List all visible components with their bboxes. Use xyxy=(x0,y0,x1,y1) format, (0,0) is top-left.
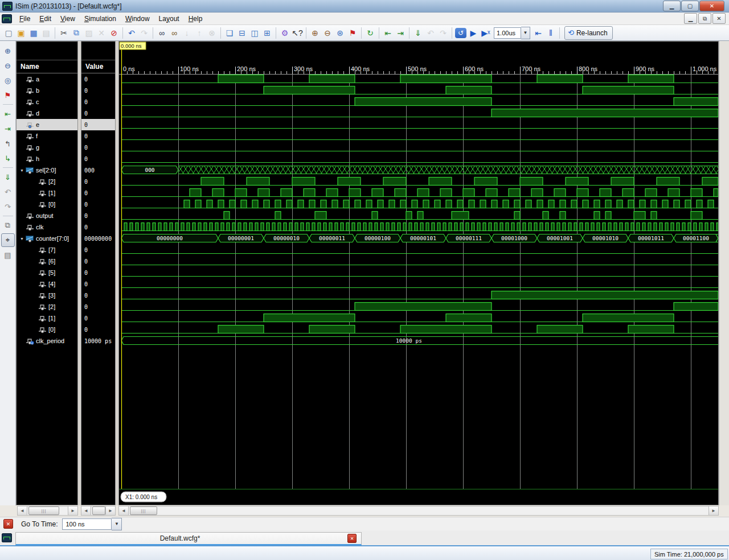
signal-row-2[interactable]: [2] xyxy=(17,301,77,312)
menu-window[interactable]: Window xyxy=(121,13,154,24)
menu-edit[interactable]: Edit xyxy=(35,13,56,24)
signal-row-sel20[interactable]: ▼sel[2:0] xyxy=(17,164,77,176)
run-time-value[interactable]: 1.00us xyxy=(494,27,521,39)
float-window-icon[interactable]: ⊞ xyxy=(261,27,273,39)
minimize-button[interactable]: ▁ xyxy=(663,1,681,11)
scroll-right-arrow[interactable]: ► xyxy=(708,507,718,515)
value-panel-hscrollbar[interactable]: ◄ ► xyxy=(81,506,116,516)
wave-zoom-out-icon[interactable]: ⊖ xyxy=(1,59,15,72)
scroll-thumb[interactable] xyxy=(92,507,105,515)
maximize-button[interactable]: ▢ xyxy=(681,1,699,11)
go-to-start-icon[interactable]: ⇤ xyxy=(1,107,15,121)
whats-this-icon[interactable]: ↖? xyxy=(291,27,304,39)
signal-row-1[interactable]: [1] xyxy=(17,312,77,324)
signal-row-2[interactable]: [2] xyxy=(17,176,77,187)
snap-to-transition-icon[interactable]: ⇓ xyxy=(412,27,424,39)
ruler-icon[interactable]: ▤ xyxy=(1,248,15,262)
swap-cursor-icon[interactable]: ⧉ xyxy=(1,219,15,232)
waveform-canvas[interactable]: 0 ns100 ns200 ns300 ns400 ns500 ns600 ns… xyxy=(119,42,718,505)
scroll-left-arrow[interactable]: ◄ xyxy=(119,507,129,515)
goto-time-zero-icon[interactable]: ⇤ xyxy=(382,27,394,39)
clear-search-icon[interactable]: ⊗ xyxy=(206,27,218,39)
signal-row-g[interactable]: g xyxy=(17,142,77,153)
prev-marker-icon[interactable]: ↶ xyxy=(424,27,437,39)
redo-icon[interactable]: ↷ xyxy=(138,27,150,39)
signal-row-0[interactable]: [0] xyxy=(17,324,77,335)
tab-close-icon[interactable]: ✕ xyxy=(347,534,357,543)
run-for-time-icon[interactable]: ▶ˣ xyxy=(480,27,492,39)
prev-edge-icon[interactable]: ↶ xyxy=(1,185,15,199)
wave-zoom-marker-icon[interactable]: ⚑ xyxy=(1,88,15,102)
wave-zoom-in-icon[interactable]: ⊕ xyxy=(1,44,15,57)
chevron-down-icon[interactable]: ▼ xyxy=(112,518,122,530)
signal-row-4[interactable]: [4] xyxy=(17,278,77,290)
zoom-full-icon[interactable]: ⊛ xyxy=(334,27,346,39)
stop-icon[interactable]: ⊘ xyxy=(108,27,120,39)
signal-row-f[interactable]: f xyxy=(17,130,77,142)
signal-row-output[interactable]: output xyxy=(17,210,77,221)
new-document-icon[interactable]: ▢ xyxy=(2,27,15,39)
signal-row-b[interactable]: b xyxy=(17,85,77,96)
break-icon[interactable]: ‖ xyxy=(544,27,557,39)
name-column-header[interactable]: Name xyxy=(17,60,77,73)
close-button[interactable]: ✕ xyxy=(699,1,724,11)
signal-row-c[interactable]: c xyxy=(17,96,77,108)
signal-row-clk[interactable]: clk xyxy=(17,221,77,233)
print-icon[interactable]: ▤ xyxy=(40,27,52,39)
goto-time-input[interactable]: 100 ns xyxy=(62,518,112,530)
paste-icon[interactable]: ▨ xyxy=(83,27,95,39)
run-all-icon[interactable]: ▶ xyxy=(467,27,480,39)
mdi-close-button[interactable]: ✕ xyxy=(712,13,726,24)
zoom-to-marker-icon[interactable]: ⚑ xyxy=(346,27,359,39)
expand-triangle-icon[interactable]: ▼ xyxy=(20,237,26,241)
undo-icon[interactable]: ↶ xyxy=(125,27,138,39)
menu-view[interactable]: View xyxy=(56,13,80,24)
value-column-header[interactable]: Value xyxy=(81,60,115,73)
scroll-right-arrow[interactable]: ► xyxy=(105,507,115,515)
zoom-in-icon[interactable]: ⊕ xyxy=(309,27,321,39)
name-panel-hscrollbar[interactable]: ◄ ||| ► xyxy=(17,506,78,516)
signal-row-counter70[interactable]: ▼counter[7:0] xyxy=(17,233,77,244)
preferences-wrench-icon[interactable]: ⚙ xyxy=(279,27,291,39)
snap-marker-icon[interactable]: ⇓ xyxy=(1,170,15,184)
go-to-end-icon[interactable]: ⇥ xyxy=(1,122,15,135)
tile-vertical-icon[interactable]: ◫ xyxy=(248,27,261,39)
find-next-icon[interactable]: ↓ xyxy=(181,27,193,39)
find-prev-icon[interactable]: ↑ xyxy=(193,27,206,39)
tab-default-wcfg[interactable]: Default.wcfg* ✕ xyxy=(15,532,362,545)
signal-row-e[interactable]: e xyxy=(17,119,77,130)
scroll-thumb[interactable]: ||| xyxy=(130,507,157,515)
find-replace-icon[interactable]: ∞ xyxy=(168,27,181,39)
restart-icon[interactable]: ↺ xyxy=(454,27,467,39)
zoom-out-icon[interactable]: ⊖ xyxy=(321,27,334,39)
next-marker-icon[interactable]: ↷ xyxy=(437,27,449,39)
copy-icon[interactable]: ⧉ xyxy=(70,27,83,39)
scroll-left-arrow[interactable]: ◄ xyxy=(18,507,27,515)
reload-icon[interactable]: ↻ xyxy=(364,27,376,39)
goto-time-combo[interactable]: 100 ns ▼ xyxy=(62,518,122,530)
goto-bar-close-icon[interactable]: ✕ xyxy=(3,519,13,529)
signal-row-1[interactable]: [1] xyxy=(17,187,77,199)
marker-mode-icon[interactable]: ⌖ xyxy=(1,233,15,247)
waveform-hscrollbar[interactable]: ◄ ||| ► xyxy=(118,506,719,516)
signal-row-7[interactable]: [7] xyxy=(17,244,77,256)
scroll-thumb[interactable]: ||| xyxy=(28,507,59,515)
delete-icon[interactable]: ✕ xyxy=(95,27,108,39)
menu-file[interactable]: File xyxy=(15,13,35,24)
prev-transition-icon[interactable]: ↰ xyxy=(1,137,15,150)
waveform-viewport[interactable]: 0 ns100 ns200 ns300 ns400 ns500 ns600 ns… xyxy=(118,41,719,505)
next-edge-icon[interactable]: ↷ xyxy=(1,200,15,213)
signal-row-h[interactable]: h xyxy=(17,153,77,164)
menu-help[interactable]: Help xyxy=(184,13,207,24)
cut-icon[interactable]: ✂ xyxy=(58,27,70,39)
menu-layout[interactable]: Layout xyxy=(154,13,184,24)
next-transition-icon[interactable]: ↳ xyxy=(1,151,15,165)
signal-row-6[interactable]: [6] xyxy=(17,256,77,267)
expand-triangle-icon[interactable]: ▼ xyxy=(20,168,26,172)
run-time-combo[interactable]: 1.00us▼ xyxy=(494,27,530,39)
chevron-down-icon[interactable]: ▼ xyxy=(521,27,530,39)
find-icon[interactable]: ∞ xyxy=(155,27,168,39)
signal-row-3[interactable]: [3] xyxy=(17,290,77,301)
tile-horizontal-icon[interactable]: ⊟ xyxy=(236,27,248,39)
signal-row-5[interactable]: [5] xyxy=(17,267,77,278)
